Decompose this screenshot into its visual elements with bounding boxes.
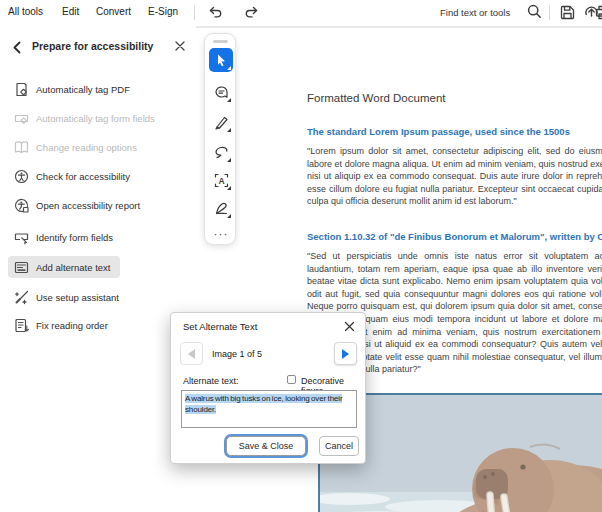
toolbar-drag-handle[interactable] [213, 40, 228, 43]
sidebar-item-automatically-tag-pdf[interactable]: Automatically tag PDF [8, 78, 168, 100]
document-heading-lorem: The standard Lorem Ipsum passage, used s… [307, 126, 602, 137]
lasso-tool-button[interactable] [209, 140, 233, 164]
menu-esign[interactable]: E-Sign [148, 6, 178, 17]
sidebar-item-label: Automatically tag PDF [36, 84, 130, 95]
menu-all-tools[interactable]: All tools [8, 6, 43, 17]
sidebar-item-fix-reading-order[interactable]: Fix reading order [8, 314, 168, 336]
save-icon[interactable] [559, 4, 576, 21]
sidebar-item-automatically-tag-form-fields: Automatically tag form fields [8, 107, 168, 129]
reading-order-icon [14, 318, 29, 333]
search-icon[interactable] [526, 3, 543, 20]
sidebar-item-open-accessibility-report[interactable]: Open accessibility report [8, 194, 168, 216]
sidebar-item-identify-form-fields[interactable]: Identify form fields [8, 226, 168, 248]
flyout-corner [227, 214, 231, 218]
accessibility-check-icon [14, 169, 29, 184]
acrobat-window: All tools Edit Convert E-Sign Find text … [0, 0, 602, 512]
sidebar-item-label: Use setup assistant [36, 292, 119, 303]
alternate-text-input[interactable]: A walrus with big tusks on ice, looking … [181, 390, 357, 428]
sidebar-item-label: Identify form fields [36, 232, 113, 243]
flyout-corner [227, 158, 231, 162]
panel-header: Prepare for accessibility [0, 38, 196, 58]
set-alternate-text-dialog: Set Alternate Text Image 1 of 5 Alternat… [170, 312, 366, 464]
flyout-corner [227, 66, 231, 70]
menu-edit[interactable]: Edit [62, 6, 79, 17]
alternate-text-label: Alternate text: [183, 376, 239, 386]
fill-sign-tool-button[interactable] [209, 196, 233, 220]
sidebar-item-label: Automatically tag form fields [36, 113, 155, 124]
flyout-corner [227, 186, 231, 190]
flyout-corner [227, 128, 231, 132]
sidebar-item-label: Add alternate text [36, 262, 110, 273]
sidebar-item-label: Check for accessibility [36, 171, 130, 182]
svg-text:A: A [218, 175, 224, 185]
prepare-accessibility-panel: Prepare for accessibility Automatically … [0, 26, 196, 512]
reading-options-icon [14, 140, 29, 155]
document-title: Formatted Word Document [307, 92, 445, 104]
decorative-figure-checkbox[interactable] [287, 375, 296, 384]
back-icon[interactable] [11, 40, 24, 53]
dialog-title: Set Alternate Text [183, 321, 257, 332]
find-text-label[interactable]: Find text or tools [440, 7, 510, 18]
cancel-button[interactable]: Cancel [319, 436, 359, 456]
document-paragraph-1: "Lorem ipsum dolor sit amet, consectetur… [307, 145, 602, 208]
sidebar-item-change-reading-options: Change reading options [8, 136, 168, 158]
print-icon[interactable] [594, 4, 602, 21]
sidebar-item-add-alternate-text[interactable]: Add alternate text [8, 256, 120, 278]
menubar-divider [194, 5, 195, 20]
undo-icon[interactable] [207, 4, 224, 21]
accessibility-report-icon [14, 198, 29, 213]
highlight-tool-button[interactable] [209, 110, 233, 134]
tag-form-fields-icon [14, 111, 29, 126]
image-counter: Image 1 of 5 [212, 349, 262, 359]
add-comment-tool-button[interactable] [209, 80, 233, 104]
sidebar-item-label: Fix reading order [36, 320, 108, 331]
more-tools-button[interactable]: ··· [209, 222, 233, 246]
menu-convert[interactable]: Convert [96, 6, 131, 17]
selected-text: A walrus with big tusks on ice, looking … [185, 394, 342, 414]
dialog-close-icon[interactable] [343, 319, 356, 332]
sidebar-item-label: Open accessibility report [36, 200, 140, 211]
sidebar-item-use-setup-assistant[interactable]: Use setup assistant [8, 286, 168, 308]
document-heading-section: Section 1.10.32 of "de Finibus Bonorum e… [307, 231, 602, 242]
previous-image-button[interactable] [180, 342, 203, 365]
identify-form-fields-icon [14, 230, 29, 245]
flyout-corner [227, 98, 231, 102]
save-close-button[interactable]: Save & Close [226, 436, 306, 456]
previous-arrow-icon [188, 349, 195, 359]
panel-close-icon[interactable] [172, 38, 188, 54]
panel-title: Prepare for accessibility [32, 40, 153, 52]
next-arrow-icon [342, 349, 349, 359]
redo-icon[interactable] [243, 4, 260, 21]
menubar-divider [549, 5, 550, 20]
quick-tools-toolbar: A ··· [204, 33, 236, 245]
tag-pdf-icon [14, 82, 29, 97]
alternate-text-icon [14, 260, 29, 275]
sidebar-item-check-for-accessibility[interactable]: Check for accessibility [8, 165, 168, 187]
sidebar-item-label: Change reading options [36, 142, 137, 153]
next-image-button[interactable] [334, 342, 357, 365]
top-menubar: All tools Edit Convert E-Sign Find text … [0, 0, 602, 26]
select-tool-button[interactable] [209, 48, 233, 72]
scan-ocr-tool-button[interactable]: A [209, 168, 233, 192]
more-tools-glyph: ··· [214, 227, 229, 241]
setup-assistant-wand-icon [14, 290, 29, 305]
